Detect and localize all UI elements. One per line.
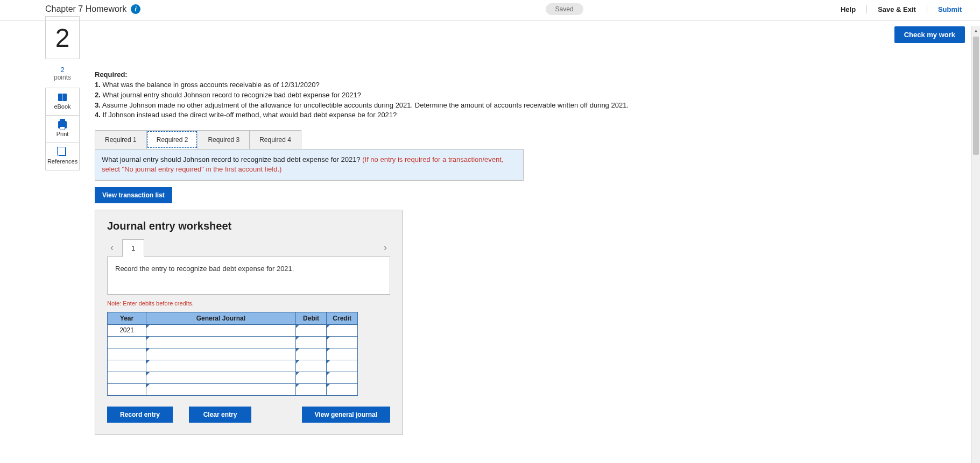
print-button[interactable]: Print xyxy=(46,115,79,143)
dropdown-indicator-icon xyxy=(296,372,299,375)
dropdown-indicator-icon xyxy=(146,348,150,352)
cell-debit[interactable] xyxy=(295,336,327,348)
scroll-thumb[interactable] xyxy=(973,37,979,155)
record-entry-button[interactable]: Record entry xyxy=(107,407,173,423)
question-sub-number: 2 xyxy=(54,66,71,74)
cell-year xyxy=(108,372,146,383)
cell-year xyxy=(108,348,146,360)
references-icon xyxy=(59,148,66,156)
tab-required-4[interactable]: Required 4 xyxy=(249,130,301,149)
cell-gj[interactable] xyxy=(146,348,296,360)
cell-year xyxy=(108,336,146,348)
instruction-text: What journal entry should Johnson record… xyxy=(102,155,362,163)
table-row xyxy=(108,372,358,383)
cell-credit[interactable] xyxy=(327,372,358,383)
worksheet-title: Journal entry worksheet xyxy=(107,220,390,232)
cell-debit[interactable] xyxy=(295,324,327,336)
cell-gj[interactable] xyxy=(146,372,296,383)
references-label: References xyxy=(47,158,77,165)
divider xyxy=(866,5,867,13)
clear-entry-button[interactable]: Clear entry xyxy=(189,407,251,423)
scroll-up-icon[interactable]: ▴ xyxy=(972,26,980,34)
dropdown-indicator-icon xyxy=(296,337,299,340)
required-item-1: What was the balance in gross accounts r… xyxy=(102,81,319,89)
entry-description: Record the entry to recognize bad debt e… xyxy=(107,257,390,295)
cell-credit[interactable] xyxy=(327,348,358,360)
tab-required-3[interactable]: Required 3 xyxy=(198,130,250,149)
instruction-box: What journal entry should Johnson record… xyxy=(95,149,524,180)
dropdown-indicator-icon xyxy=(296,348,299,352)
side-tools: eBook Print References xyxy=(45,88,80,170)
tab-required-1[interactable]: Required 1 xyxy=(95,130,147,149)
table-row xyxy=(108,360,358,372)
cell-debit[interactable] xyxy=(295,383,327,395)
view-general-journal-button[interactable]: View general journal xyxy=(302,407,390,423)
cell-year xyxy=(108,360,146,372)
ebook-label: eBook xyxy=(54,103,70,110)
required-item-4: If Johnson instead used the direct write… xyxy=(102,111,397,119)
dropdown-indicator-icon xyxy=(327,384,330,387)
table-row xyxy=(108,383,358,395)
book-icon xyxy=(58,94,67,101)
info-icon[interactable]: i xyxy=(131,4,140,14)
table-row xyxy=(108,336,358,348)
pager-prev[interactable]: ‹ xyxy=(107,240,117,255)
cell-credit[interactable] xyxy=(327,383,358,395)
required-heading: Required: xyxy=(95,70,128,79)
title-text: Chapter 7 Homework xyxy=(45,4,126,14)
cell-credit[interactable] xyxy=(327,324,358,336)
divider xyxy=(927,5,927,13)
cell-gj[interactable] xyxy=(146,383,296,395)
cell-credit[interactable] xyxy=(327,336,358,348)
dropdown-indicator-icon xyxy=(146,360,150,364)
top-links: Help Save & Exit Submit xyxy=(837,4,965,15)
vertical-scrollbar[interactable]: ▴ xyxy=(971,26,980,457)
required-item-2: What journal entry should Johnson record… xyxy=(102,91,361,99)
journal-entry-table: Year General Journal Debit Credit 2021 xyxy=(107,312,358,396)
top-bar: Chapter 7 Homework i Saved Help Save & E… xyxy=(0,0,980,21)
cell-gj[interactable] xyxy=(146,336,296,348)
print-label: Print xyxy=(57,131,69,137)
print-icon xyxy=(58,121,67,129)
question-number-box: 2 xyxy=(45,16,80,59)
required-block: Required: 1. What was the balance in gro… xyxy=(95,70,848,120)
dropdown-indicator-icon xyxy=(296,384,299,387)
th-general-journal: General Journal xyxy=(146,312,296,324)
th-debit: Debit xyxy=(295,312,327,324)
cell-gj[interactable] xyxy=(146,324,296,336)
dropdown-indicator-icon xyxy=(327,337,330,340)
cell-gj[interactable] xyxy=(146,360,296,372)
submit-link[interactable]: Submit xyxy=(935,4,965,15)
dropdown-indicator-icon xyxy=(296,325,299,328)
points-label: points xyxy=(54,74,71,81)
cell-debit[interactable] xyxy=(295,372,327,383)
dropdown-indicator-icon xyxy=(327,348,330,352)
dropdown-indicator-icon xyxy=(327,372,330,375)
save-exit-link[interactable]: Save & Exit xyxy=(875,4,919,15)
dropdown-indicator-icon xyxy=(146,372,150,375)
references-button[interactable]: References xyxy=(46,143,79,170)
pager-current[interactable]: 1 xyxy=(122,239,144,257)
cell-year: 2021 xyxy=(108,324,146,336)
help-link[interactable]: Help xyxy=(837,4,859,15)
assignment-title: Chapter 7 Homework i xyxy=(45,4,140,14)
check-my-work-button[interactable]: Check my work xyxy=(894,26,965,43)
cell-debit[interactable] xyxy=(295,348,327,360)
view-transaction-list-button[interactable]: View transaction list xyxy=(95,187,172,203)
th-year: Year xyxy=(108,312,146,324)
pager-next[interactable]: › xyxy=(380,240,390,255)
tab-required-2[interactable]: Required 2 xyxy=(146,130,199,149)
cell-debit[interactable] xyxy=(295,360,327,372)
th-credit: Credit xyxy=(327,312,358,324)
main-column: Required: 1. What was the balance in gro… xyxy=(95,43,848,435)
cell-credit[interactable] xyxy=(327,360,358,372)
action-bar: Check my work xyxy=(0,21,980,43)
dropdown-indicator-icon xyxy=(146,325,150,328)
journal-entry-worksheet: Journal entry worksheet ‹ 1 › Record the… xyxy=(95,210,403,435)
dropdown-indicator-icon xyxy=(296,360,299,364)
ebook-button[interactable]: eBook xyxy=(46,88,79,115)
question-meta: 2 points xyxy=(54,66,71,81)
worksheet-pager: ‹ 1 › xyxy=(107,239,390,257)
entry-note: Note: Enter debits before credits. xyxy=(107,300,390,307)
worksheet-actions: Record entry Clear entry View general jo… xyxy=(107,407,390,423)
